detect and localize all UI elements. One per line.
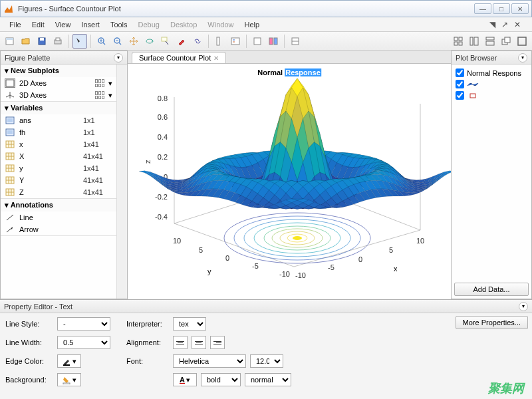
scrollbar[interactable] bbox=[116, 65, 127, 299]
font-color-button[interactable]: A▾ bbox=[173, 373, 197, 386]
print-button[interactable] bbox=[51, 34, 65, 49]
svg-rect-29 bbox=[459, 42, 462, 45]
annotation-arrow[interactable]: Arrow bbox=[1, 223, 116, 235]
visibility-checkbox[interactable] bbox=[456, 80, 464, 88]
rotate3d-button[interactable] bbox=[142, 34, 157, 49]
zoom-in-button[interactable] bbox=[94, 34, 109, 49]
visibility-checkbox[interactable] bbox=[456, 91, 464, 100]
menu-insert[interactable]: Insert bbox=[76, 19, 105, 31]
pan-button[interactable] bbox=[126, 34, 141, 49]
legend-button[interactable] bbox=[228, 34, 243, 49]
new-subplots-header[interactable]: ▾ New Subplots bbox=[1, 65, 116, 77]
dock-undock-icon[interactable]: ↗ bbox=[499, 19, 510, 31]
brush-button[interactable] bbox=[174, 34, 189, 49]
axes2d-item[interactable]: 2D Axes ▾ bbox=[1, 77, 116, 89]
var-size: 1x1 bbox=[83, 128, 112, 136]
line-style-select[interactable]: - bbox=[57, 317, 110, 331]
browser-item-title[interactable]: Normal Respons bbox=[454, 67, 529, 78]
figure-palette-title: Figure Palette bbox=[5, 54, 114, 62]
svg-line-11 bbox=[119, 43, 121, 45]
line-width-select[interactable]: 0.5 bbox=[57, 336, 110, 349]
edge-color-button[interactable]: ▾ bbox=[57, 354, 81, 368]
layout-left-button[interactable] bbox=[467, 34, 481, 49]
menu-view[interactable]: View bbox=[50, 19, 76, 31]
annotations-header[interactable]: ▾ Annotations bbox=[1, 199, 116, 211]
contour-legend-icon bbox=[467, 92, 479, 99]
font-size-select[interactable]: 12.0 bbox=[250, 354, 283, 368]
show-tools-button[interactable] bbox=[266, 34, 281, 49]
panel-collapse-icon[interactable]: ▾ bbox=[114, 53, 123, 63]
link-button[interactable] bbox=[190, 34, 205, 49]
browser-item-surface[interactable] bbox=[454, 78, 529, 90]
font-weight-select[interactable]: bold bbox=[201, 373, 241, 386]
tab-close-icon[interactable]: ✕ bbox=[213, 55, 219, 62]
svg-rect-31 bbox=[474, 37, 478, 45]
svg-line-62 bbox=[7, 215, 13, 220]
new-subplot-button[interactable] bbox=[288, 34, 303, 49]
colorbar-button[interactable] bbox=[212, 34, 227, 49]
menu-desktop[interactable]: Desktop bbox=[165, 19, 202, 31]
minimize-button[interactable]: — bbox=[474, 3, 491, 14]
maximize-button[interactable]: □ bbox=[493, 3, 510, 14]
figure-tab[interactable]: Surface Countour Plot ✕ bbox=[132, 52, 226, 63]
font-angle-select[interactable]: normal bbox=[245, 373, 291, 386]
more-properties-button[interactable]: More Properties... bbox=[456, 316, 528, 329]
hide-tools-button[interactable] bbox=[250, 34, 265, 49]
dock-minimize-icon[interactable]: ◥ bbox=[487, 19, 497, 31]
svg-text:10: 10 bbox=[416, 237, 424, 245]
align-right-button[interactable] bbox=[210, 336, 225, 349]
svg-rect-41 bbox=[7, 130, 13, 134]
menu-window[interactable]: Window bbox=[202, 19, 239, 31]
menu-tools[interactable]: Tools bbox=[105, 19, 133, 31]
interpreter-select[interactable]: tex bbox=[173, 317, 206, 331]
axes3d-item[interactable]: 3D Axes ▾ bbox=[1, 89, 116, 101]
panel-collapse-icon[interactable]: ▾ bbox=[519, 302, 528, 311]
panel-collapse-icon[interactable]: ▾ bbox=[518, 53, 527, 63]
align-center-button[interactable] bbox=[192, 336, 206, 349]
layout-grid-button[interactable] bbox=[451, 34, 466, 49]
chevron-down-icon[interactable]: ▾ bbox=[108, 91, 112, 100]
visibility-checkbox[interactable] bbox=[456, 68, 464, 77]
layout-float-button[interactable] bbox=[499, 34, 513, 49]
variable-row[interactable]: Y41x41 bbox=[1, 174, 116, 186]
close-button[interactable]: ✕ bbox=[511, 3, 529, 14]
axes-3d[interactable]: Normal Response bbox=[128, 64, 451, 299]
var-icon bbox=[5, 140, 15, 149]
plot-title[interactable]: Normal Response bbox=[257, 66, 321, 77]
save-button[interactable] bbox=[35, 34, 49, 49]
var-icon bbox=[5, 128, 15, 137]
variable-row[interactable]: fh1x1 bbox=[1, 126, 116, 138]
add-data-button[interactable]: Add Data... bbox=[454, 283, 529, 296]
layout-top-button[interactable] bbox=[483, 34, 497, 49]
new-figure-button[interactable] bbox=[3, 34, 17, 49]
variable-row[interactable]: x1x41 bbox=[1, 138, 116, 150]
background-button[interactable]: ▾ bbox=[57, 373, 81, 386]
var-size: 1x41 bbox=[83, 164, 112, 172]
datacursor-button[interactable] bbox=[158, 34, 173, 49]
zoom-out-button[interactable] bbox=[110, 34, 125, 49]
menu-file[interactable]: File bbox=[4, 19, 27, 31]
grid-icon[interactable] bbox=[95, 91, 104, 99]
align-left-button[interactable] bbox=[173, 336, 188, 349]
variable-row[interactable]: ans1x1 bbox=[1, 114, 116, 126]
variables-header[interactable]: ▾ Variables bbox=[1, 102, 116, 114]
chevron-down-icon[interactable]: ▾ bbox=[108, 79, 112, 88]
variable-row[interactable]: y1x41 bbox=[1, 162, 116, 174]
layout-max-button[interactable] bbox=[515, 34, 529, 49]
variable-row[interactable]: X41x41 bbox=[1, 150, 116, 162]
svg-text:-10: -10 bbox=[279, 270, 290, 278]
dock-close-icon[interactable]: ✕ bbox=[512, 19, 523, 31]
font-family-select[interactable]: Helvetica bbox=[173, 354, 246, 368]
variable-row[interactable]: Z41x41 bbox=[1, 186, 116, 198]
figure-palette-panel: Figure Palette ▾ ▾ New Subplots 2D Axes … bbox=[0, 51, 128, 299]
browser-item-contour[interactable] bbox=[454, 90, 529, 101]
edit-plot-button[interactable] bbox=[72, 34, 87, 49]
menu-debug[interactable]: Debug bbox=[133, 19, 165, 31]
axes2d-icon bbox=[5, 78, 15, 88]
open-button[interactable] bbox=[19, 34, 33, 49]
grid-icon[interactable] bbox=[95, 79, 104, 87]
svg-text:10: 10 bbox=[173, 237, 181, 245]
menu-edit[interactable]: Edit bbox=[27, 19, 50, 31]
annotation-line[interactable]: Line bbox=[1, 211, 116, 223]
menu-help[interactable]: Help bbox=[239, 19, 265, 31]
